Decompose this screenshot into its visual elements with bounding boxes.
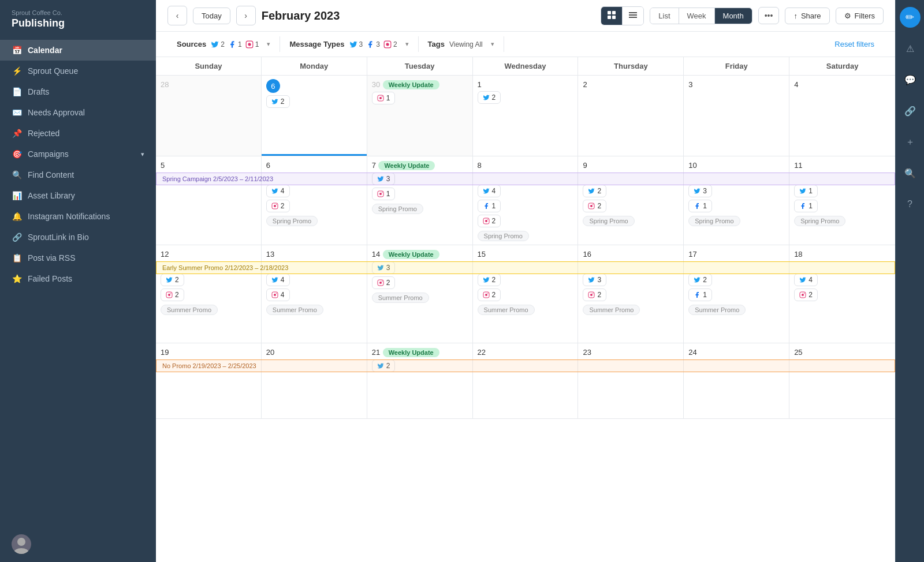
sidebar-item-rejected[interactable]: 📌 Rejected [0, 123, 156, 144]
svg-point-30 [170, 293, 172, 294]
link-icon[interactable]: 🔗 [900, 100, 921, 121]
cal-day-16[interactable]: 16 3 2 Summer Promo [578, 245, 684, 343]
sidebar-item-instagram-notifications[interactable]: 🔔 Instagram Notifications [0, 206, 156, 227]
share-button[interactable]: ↑ Share [785, 8, 829, 24]
messages-icon[interactable]: 💬 [900, 69, 921, 90]
tab-week[interactable]: Week [679, 8, 715, 24]
add-icon[interactable]: ＋ [900, 132, 921, 152]
message-types-filter[interactable]: Message Types 3 3 2 ▾ [280, 36, 418, 52]
post-pill-ig[interactable]: 1 [372, 188, 396, 200]
sidebar-item-failed-posts[interactable]: ⭐ Failed Posts [0, 268, 156, 289]
sources-filter[interactable]: Sources 2 1 1 ▾ [167, 36, 280, 52]
sidebar-item-calendar[interactable]: 📅 Calendar [0, 40, 156, 61]
sidebar-item-sprout-queue[interactable]: ⚡ Sprout Queue [0, 61, 156, 81]
cal-day-12[interactable]: 12 2 2 Summer Promo [156, 245, 262, 343]
sidebar-nav: 📅 Calendar ⚡ Sprout Queue 📄 Drafts ✉️ Ne… [0, 36, 156, 526]
cal-day-11[interactable]: 11 1 1 Spring Promo [789, 156, 895, 245]
list-view-icon[interactable] [623, 7, 643, 25]
cal-day-4[interactable]: 4 [789, 76, 895, 156]
post-pill-tw[interactable]: 2 [478, 273, 501, 286]
cal-day-28[interactable]: 28 [156, 76, 262, 156]
sidebar-item-label: Failed Posts [28, 274, 72, 283]
forward-button[interactable]: › [236, 6, 256, 25]
cal-day-21[interactable]: 21 Weekly Update 2 [367, 343, 473, 418]
cal-day-24[interactable]: 24 [684, 343, 789, 418]
post-pill-ig[interactable]: 2 [478, 215, 501, 227]
post-pill-fb[interactable]: 1 [794, 200, 818, 212]
post-pill-ig[interactable]: 2 [161, 289, 184, 301]
post-pill-tw[interactable]: 4 [266, 273, 290, 286]
post-pill-ig[interactable]: 1 [372, 92, 396, 104]
post-pill-tw[interactable]: 4 [794, 273, 818, 286]
tab-month[interactable]: Month [715, 8, 752, 24]
post-pill-ig[interactable]: 2 [583, 289, 606, 301]
cal-day-3[interactable]: 3 [684, 76, 789, 156]
post-pill-tw[interactable]: 3 [583, 273, 606, 286]
cal-day-5[interactable]: 5 [156, 156, 262, 245]
filters-button[interactable]: ⚙ Filters [836, 8, 884, 24]
post-pill-tw[interactable]: 2 [688, 273, 712, 286]
post-pill-ig[interactable]: 2 [583, 200, 606, 212]
post-pill-tw[interactable]: 2 [372, 359, 396, 372]
help-icon[interactable]: ? [900, 194, 921, 215]
cal-day-19[interactable]: 19 [156, 343, 262, 418]
sidebar-item-label: Post via RSS [28, 253, 75, 263]
post-pill-fb[interactable]: 1 [688, 289, 712, 301]
post-pill-tw[interactable]: 3 [372, 173, 396, 185]
post-pill-ig[interactable]: 2 [478, 289, 501, 301]
post-pill-tw[interactable]: 2 [161, 273, 184, 286]
compose-button[interactable]: ✏ [900, 7, 921, 28]
cal-day-2[interactable]: 2 [578, 76, 684, 156]
cal-day-23[interactable]: 23 [578, 343, 684, 418]
cal-day-20[interactable]: 20 [262, 343, 367, 418]
post-pill-tw[interactable]: 3 [688, 185, 712, 197]
dow-monday: Monday [262, 57, 367, 75]
cal-day-10[interactable]: 10 3 1 Spring Promo [684, 156, 789, 245]
cal-day-13[interactable]: 13 4 4 Summer Promo [262, 245, 367, 343]
back-button[interactable]: ‹ [167, 6, 187, 25]
cal-day-30[interactable]: 30 Weekly Update 1 [367, 76, 473, 156]
cal-day-18[interactable]: 18 4 2 [789, 245, 895, 343]
cal-day-6[interactable]: 6 4 2 Spring Promo [262, 156, 367, 245]
avatar[interactable] [12, 534, 31, 554]
search-icon[interactable]: 🔍 [900, 163, 921, 183]
cal-day-22[interactable]: 22 [473, 343, 579, 418]
post-pill-tw[interactable]: 1 [794, 185, 818, 197]
post-pill-tw[interactable]: 4 [478, 185, 501, 197]
post-pill-ig[interactable]: 2 [794, 289, 818, 301]
more-button[interactable]: ••• [758, 7, 780, 24]
sidebar-item-drafts[interactable]: 📄 Drafts [0, 81, 156, 102]
cal-day-17[interactable]: 17 2 1 Summer Promo [684, 245, 789, 343]
reset-filters-button[interactable]: Reset filters [825, 40, 884, 48]
grid-view-icon[interactable] [601, 7, 623, 25]
cal-day-15[interactable]: 15 2 2 Summer Promo [473, 245, 579, 343]
cal-day-9[interactable]: 9 2 2 Spring Promo [578, 156, 684, 245]
cal-day-25[interactable]: 25 [789, 343, 895, 418]
sidebar-item-needs-approval[interactable]: ✉️ Needs Approval [0, 102, 156, 123]
sidebar-item-asset-library[interactable]: 📊 Asset Library [0, 185, 156, 206]
sidebar-item-find-content[interactable]: 🔍 Find Content [0, 164, 156, 185]
sidebar-item-sproutlink[interactable]: 🔗 SproutLink in Bio [0, 227, 156, 248]
cal-day-8[interactable]: 8 4 1 2 Spring Promo [473, 156, 579, 245]
sidebar-item-campaigns[interactable]: 🎯 Campaigns ▾ [0, 144, 156, 164]
post-pill-ig[interactable]: 2 [372, 276, 396, 289]
post-pill-tw[interactable]: 3 [372, 261, 396, 274]
cal-day-1[interactable]: 1 2 [473, 76, 579, 156]
today-button[interactable]: Today [193, 8, 230, 24]
sidebar-item-post-rss[interactable]: 📋 Post via RSS [0, 248, 156, 268]
cal-day-7[interactable]: 7 Weekly Update 3 1 Spring Promo [367, 156, 473, 245]
post-pill-fb[interactable]: 1 [688, 200, 712, 212]
tags-filter[interactable]: Tags Viewing All ▾ [419, 36, 504, 52]
alert-icon[interactable]: ⚠ [900, 38, 921, 59]
post-pill-tw[interactable]: 2 [583, 185, 606, 197]
tab-list[interactable]: List [650, 8, 679, 24]
post-pill-ig[interactable]: 2 [266, 200, 290, 212]
post-pill-fb[interactable]: 1 [478, 200, 501, 212]
post-pill-tw[interactable]: 2 [266, 95, 290, 108]
post-pill-tw[interactable]: 2 [478, 91, 501, 104]
svg-point-17 [274, 205, 276, 207]
post-pill-ig[interactable]: 4 [266, 289, 290, 301]
cal-day-14[interactable]: 14 Weekly Update 3 2 Summer Promo [367, 245, 473, 343]
post-pill-tw[interactable]: 4 [266, 185, 290, 197]
cal-day-29[interactable]: 6 2 [262, 76, 367, 156]
